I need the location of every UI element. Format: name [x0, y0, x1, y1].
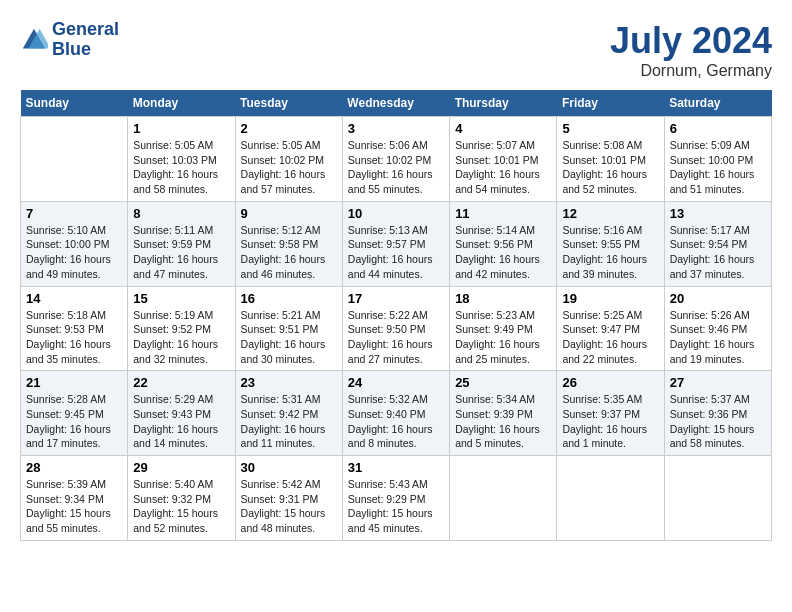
- col-wednesday: Wednesday: [342, 90, 449, 117]
- day-number: 25: [455, 375, 551, 390]
- calendar-cell: 27Sunrise: 5:37 AMSunset: 9:36 PMDayligh…: [664, 371, 771, 456]
- day-number: 23: [241, 375, 337, 390]
- calendar-week-5: 28Sunrise: 5:39 AMSunset: 9:34 PMDayligh…: [21, 456, 772, 541]
- day-number: 27: [670, 375, 766, 390]
- calendar-cell: 25Sunrise: 5:34 AMSunset: 9:39 PMDayligh…: [450, 371, 557, 456]
- calendar-cell: 30Sunrise: 5:42 AMSunset: 9:31 PMDayligh…: [235, 456, 342, 541]
- calendar-cell: 5Sunrise: 5:08 AMSunset: 10:01 PMDayligh…: [557, 117, 664, 202]
- day-number: 3: [348, 121, 444, 136]
- cell-info: Sunrise: 5:42 AMSunset: 9:31 PMDaylight:…: [241, 477, 337, 536]
- cell-info: Sunrise: 5:07 AMSunset: 10:01 PMDaylight…: [455, 138, 551, 197]
- calendar-cell: 16Sunrise: 5:21 AMSunset: 9:51 PMDayligh…: [235, 286, 342, 371]
- cell-info: Sunrise: 5:17 AMSunset: 9:54 PMDaylight:…: [670, 223, 766, 282]
- day-number: 29: [133, 460, 229, 475]
- col-sunday: Sunday: [21, 90, 128, 117]
- cell-info: Sunrise: 5:13 AMSunset: 9:57 PMDaylight:…: [348, 223, 444, 282]
- day-number: 31: [348, 460, 444, 475]
- calendar-cell: 23Sunrise: 5:31 AMSunset: 9:42 PMDayligh…: [235, 371, 342, 456]
- cell-info: Sunrise: 5:05 AMSunset: 10:03 PMDaylight…: [133, 138, 229, 197]
- cell-info: Sunrise: 5:28 AMSunset: 9:45 PMDaylight:…: [26, 392, 122, 451]
- calendar-week-4: 21Sunrise: 5:28 AMSunset: 9:45 PMDayligh…: [21, 371, 772, 456]
- cell-info: Sunrise: 5:32 AMSunset: 9:40 PMDaylight:…: [348, 392, 444, 451]
- calendar-cell: 4Sunrise: 5:07 AMSunset: 10:01 PMDayligh…: [450, 117, 557, 202]
- cell-info: Sunrise: 5:05 AMSunset: 10:02 PMDaylight…: [241, 138, 337, 197]
- calendar-cell: 29Sunrise: 5:40 AMSunset: 9:32 PMDayligh…: [128, 456, 235, 541]
- calendar-cell: 18Sunrise: 5:23 AMSunset: 9:49 PMDayligh…: [450, 286, 557, 371]
- calendar-cell: 21Sunrise: 5:28 AMSunset: 9:45 PMDayligh…: [21, 371, 128, 456]
- calendar-cell: 9Sunrise: 5:12 AMSunset: 9:58 PMDaylight…: [235, 201, 342, 286]
- calendar-cell: [450, 456, 557, 541]
- calendar-cell: 19Sunrise: 5:25 AMSunset: 9:47 PMDayligh…: [557, 286, 664, 371]
- calendar-cell: 24Sunrise: 5:32 AMSunset: 9:40 PMDayligh…: [342, 371, 449, 456]
- calendar-cell: 3Sunrise: 5:06 AMSunset: 10:02 PMDayligh…: [342, 117, 449, 202]
- cell-info: Sunrise: 5:26 AMSunset: 9:46 PMDaylight:…: [670, 308, 766, 367]
- calendar-cell: 26Sunrise: 5:35 AMSunset: 9:37 PMDayligh…: [557, 371, 664, 456]
- calendar-cell: 8Sunrise: 5:11 AMSunset: 9:59 PMDaylight…: [128, 201, 235, 286]
- col-friday: Friday: [557, 90, 664, 117]
- calendar-cell: 22Sunrise: 5:29 AMSunset: 9:43 PMDayligh…: [128, 371, 235, 456]
- col-monday: Monday: [128, 90, 235, 117]
- calendar-table: Sunday Monday Tuesday Wednesday Thursday…: [20, 90, 772, 541]
- title-block: July 2024 Dornum, Germany: [610, 20, 772, 80]
- day-number: 1: [133, 121, 229, 136]
- cell-info: Sunrise: 5:21 AMSunset: 9:51 PMDaylight:…: [241, 308, 337, 367]
- cell-info: Sunrise: 5:19 AMSunset: 9:52 PMDaylight:…: [133, 308, 229, 367]
- cell-info: Sunrise: 5:08 AMSunset: 10:01 PMDaylight…: [562, 138, 658, 197]
- cell-info: Sunrise: 5:16 AMSunset: 9:55 PMDaylight:…: [562, 223, 658, 282]
- calendar-cell: 7Sunrise: 5:10 AMSunset: 10:00 PMDayligh…: [21, 201, 128, 286]
- logo-text: General Blue: [52, 20, 119, 60]
- cell-info: Sunrise: 5:18 AMSunset: 9:53 PMDaylight:…: [26, 308, 122, 367]
- day-number: 15: [133, 291, 229, 306]
- day-number: 14: [26, 291, 122, 306]
- day-number: 11: [455, 206, 551, 221]
- cell-info: Sunrise: 5:29 AMSunset: 9:43 PMDaylight:…: [133, 392, 229, 451]
- header-row: Sunday Monday Tuesday Wednesday Thursday…: [21, 90, 772, 117]
- day-number: 21: [26, 375, 122, 390]
- calendar-cell: [664, 456, 771, 541]
- col-tuesday: Tuesday: [235, 90, 342, 117]
- calendar-cell: 15Sunrise: 5:19 AMSunset: 9:52 PMDayligh…: [128, 286, 235, 371]
- calendar-cell: 28Sunrise: 5:39 AMSunset: 9:34 PMDayligh…: [21, 456, 128, 541]
- day-number: 24: [348, 375, 444, 390]
- cell-info: Sunrise: 5:34 AMSunset: 9:39 PMDaylight:…: [455, 392, 551, 451]
- day-number: 2: [241, 121, 337, 136]
- location: Dornum, Germany: [610, 62, 772, 80]
- cell-info: Sunrise: 5:43 AMSunset: 9:29 PMDaylight:…: [348, 477, 444, 536]
- cell-info: Sunrise: 5:06 AMSunset: 10:02 PMDaylight…: [348, 138, 444, 197]
- day-number: 12: [562, 206, 658, 221]
- calendar-week-2: 7Sunrise: 5:10 AMSunset: 10:00 PMDayligh…: [21, 201, 772, 286]
- day-number: 30: [241, 460, 337, 475]
- day-number: 7: [26, 206, 122, 221]
- page-header: General Blue July 2024 Dornum, Germany: [20, 20, 772, 80]
- cell-info: Sunrise: 5:10 AMSunset: 10:00 PMDaylight…: [26, 223, 122, 282]
- cell-info: Sunrise: 5:11 AMSunset: 9:59 PMDaylight:…: [133, 223, 229, 282]
- cell-info: Sunrise: 5:12 AMSunset: 9:58 PMDaylight:…: [241, 223, 337, 282]
- cell-info: Sunrise: 5:31 AMSunset: 9:42 PMDaylight:…: [241, 392, 337, 451]
- calendar-cell: 13Sunrise: 5:17 AMSunset: 9:54 PMDayligh…: [664, 201, 771, 286]
- calendar-cell: 12Sunrise: 5:16 AMSunset: 9:55 PMDayligh…: [557, 201, 664, 286]
- cell-info: Sunrise: 5:25 AMSunset: 9:47 PMDaylight:…: [562, 308, 658, 367]
- calendar-week-3: 14Sunrise: 5:18 AMSunset: 9:53 PMDayligh…: [21, 286, 772, 371]
- cell-info: Sunrise: 5:23 AMSunset: 9:49 PMDaylight:…: [455, 308, 551, 367]
- logo-icon: [20, 26, 48, 54]
- day-number: 4: [455, 121, 551, 136]
- day-number: 20: [670, 291, 766, 306]
- calendar-cell: 6Sunrise: 5:09 AMSunset: 10:00 PMDayligh…: [664, 117, 771, 202]
- day-number: 8: [133, 206, 229, 221]
- col-thursday: Thursday: [450, 90, 557, 117]
- calendar-cell: 17Sunrise: 5:22 AMSunset: 9:50 PMDayligh…: [342, 286, 449, 371]
- month-year: July 2024: [610, 20, 772, 62]
- day-number: 19: [562, 291, 658, 306]
- day-number: 22: [133, 375, 229, 390]
- day-number: 13: [670, 206, 766, 221]
- cell-info: Sunrise: 5:22 AMSunset: 9:50 PMDaylight:…: [348, 308, 444, 367]
- calendar-cell: 20Sunrise: 5:26 AMSunset: 9:46 PMDayligh…: [664, 286, 771, 371]
- calendar-cell: [21, 117, 128, 202]
- day-number: 16: [241, 291, 337, 306]
- calendar-week-1: 1Sunrise: 5:05 AMSunset: 10:03 PMDayligh…: [21, 117, 772, 202]
- day-number: 26: [562, 375, 658, 390]
- cell-info: Sunrise: 5:39 AMSunset: 9:34 PMDaylight:…: [26, 477, 122, 536]
- day-number: 10: [348, 206, 444, 221]
- calendar-cell: 31Sunrise: 5:43 AMSunset: 9:29 PMDayligh…: [342, 456, 449, 541]
- day-number: 17: [348, 291, 444, 306]
